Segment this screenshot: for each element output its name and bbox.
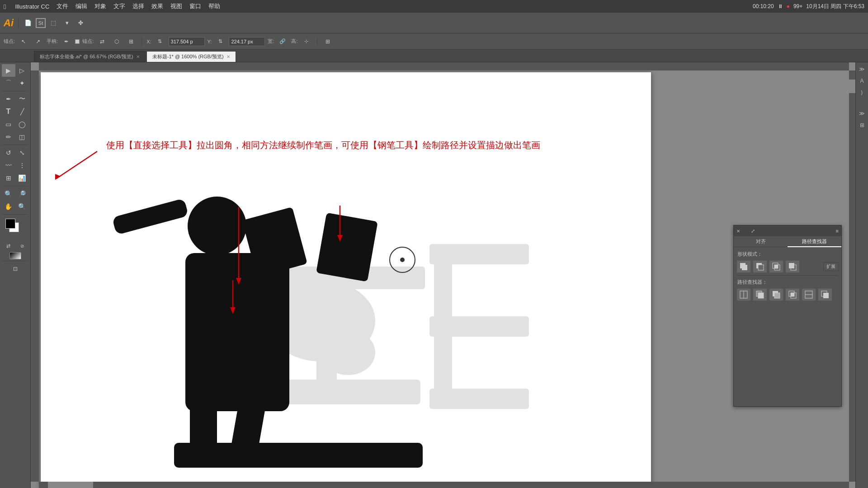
pathfinder-content: 形状模式： 扩展 路径查找器： [734,247,841,304]
eyedropper-tool[interactable]: 🔍 [2,188,15,200]
tab-0-close[interactable]: ✕ [136,54,140,59]
menu-object[interactable]: 对象 [91,2,110,10]
erase-tool[interactable]: ◫ [15,131,29,143]
handle-label: 手柄: [47,38,58,45]
arrange-icon[interactable]: ✤ [75,17,86,29]
warp-tool[interactable]: 〰 [2,159,15,172]
pathfinder-menu-btn[interactable]: ≡ [836,228,839,234]
view-toggle-icon[interactable]: ⬚ [47,17,59,29]
minus-front-btn[interactable] [753,260,767,273]
ellipse-tool[interactable]: ◯ [15,118,29,131]
menu-view[interactable]: 视图 [167,2,186,10]
vertical-scrollbar[interactable] [849,70,855,482]
convert-icon[interactable]: ⇄ [96,36,108,47]
column-graph-tool[interactable]: 📊 [15,172,29,184]
type-tool[interactable]: T [2,105,15,118]
none-icon[interactable]: ⊘ [15,239,29,252]
tab-0-label: 标志字体全能备.ai* @ 66.67% (RGB/预览) [40,53,133,60]
unite-btn[interactable] [736,260,751,273]
anchor-arrow2-icon[interactable]: ↗ [32,36,44,47]
align-icon[interactable]: ⊞ [322,36,334,47]
color-swatch-container [5,218,26,238]
right-panel-btn-4[interactable]: ≫ [857,108,867,118]
gradient-swatch[interactable] [9,252,21,259]
shape-mode-label: 形状模式： [734,249,841,259]
hand-tool[interactable]: ✋ [2,200,15,213]
pathfinder-tabs: 对齐 路径查找器 [734,236,841,247]
tool-row-1: ▶ ▷ [2,64,29,77]
record-indicator: ● [787,3,790,9]
divide-btn[interactable] [736,288,751,301]
scale-tool[interactable]: ⤡ [15,146,29,159]
crop-btn[interactable] [785,288,800,301]
right-panel-btn-3[interactable]: ⟩ [857,88,867,98]
menu-select[interactable]: 选择 [129,2,148,10]
horizontal-scrollbar[interactable] [39,482,849,488]
intersect-btn[interactable] [769,260,783,273]
right-panel-btn-1[interactable]: ≫ [857,64,867,74]
pathfinder-tab[interactable]: 路径查找器 [788,236,841,247]
tool-row-2: ⌒ ✦ [2,77,29,89]
blend-tool[interactable]: ⋮ [15,159,29,172]
swap-colors-icon[interactable]: ⇄ [2,239,15,252]
menu-window[interactable]: 窗口 [186,2,205,10]
rotate-tool[interactable]: ↺ [2,146,15,159]
transform-icon[interactable]: ⊞ [125,36,137,47]
x-value-input[interactable] [169,37,205,46]
magic-wand-tool[interactable]: ✦ [15,77,29,89]
stroke-icon[interactable]: St [36,18,46,28]
anchor-arrow-icon[interactable]: ↖ [18,36,29,47]
app-name: Illustrator CC [11,3,53,10]
pencil-tool[interactable]: ✏ [2,131,15,143]
constrain-icon[interactable]: 🔗 [277,36,288,47]
y-lock-icon[interactable]: ⇅ [214,36,226,47]
svg-rect-38 [791,265,794,268]
line-tool[interactable]: ╱ [15,105,29,118]
prop-sep-2 [317,37,317,46]
menu-edit[interactable]: 编辑 [72,2,91,10]
tab-1[interactable]: 未标题-1* @ 1600% (RGB/预览) ✕ [146,51,236,62]
zoom-minus-tool[interactable]: 🔍 [15,200,29,213]
tab-0[interactable]: 标志字体全能备.ai* @ 66.67% (RGB/预览) ✕ [34,51,146,62]
right-panel-btn-5[interactable]: ⊞ [857,120,867,130]
exclude-btn[interactable] [785,260,800,273]
v-scroll-thumb[interactable] [849,80,855,93]
curvature-tool[interactable]: 〜 [15,93,29,105]
pathfinder-close-btn[interactable]: ✕ [736,229,740,234]
svg-point-20 [400,258,405,262]
right-panel-btn-2[interactable]: A [857,76,867,86]
apple-menu[interactable]:  [4,3,6,10]
svg-rect-8 [429,316,529,337]
expand-button[interactable]: 扩展 [823,262,839,271]
x-lock-icon[interactable]: ⇅ [154,36,166,47]
menu-effect[interactable]: 效果 [148,2,167,10]
artboard-tool[interactable]: ⊡ [9,263,22,275]
pen-tool[interactable]: ✒ [2,93,15,105]
menu-help[interactable]: 帮助 [205,2,224,10]
menu-file[interactable]: 文件 [53,2,72,10]
symbol-tool[interactable]: ⊞ [2,172,15,184]
tool-divider-1 [3,91,28,91]
tab-1-close[interactable]: ✕ [226,54,230,59]
h-scroll-thumb[interactable] [48,482,93,488]
outline-btn[interactable] [802,288,816,301]
view-options-icon[interactable]: ▾ [61,17,73,29]
lasso-tool[interactable]: ⌒ [2,77,15,89]
y-value-input[interactable] [229,37,265,46]
pathfinder-expand-btn[interactable]: ⤢ [751,228,755,234]
merge-btn[interactable] [769,288,783,301]
trim-btn[interactable] [753,288,767,301]
foreground-color-swatch[interactable] [5,219,15,229]
menu-type[interactable]: 文字 [110,2,129,10]
direct-select-tool[interactable]: ▷ [15,64,29,77]
right-panel: ≫ A ⟩ ≫ ⊞ [855,62,868,488]
zoom-tool[interactable]: 🔎 [15,188,29,200]
rect-tool[interactable]: ▭ [2,118,15,131]
new-doc-icon[interactable]: 📄 [22,17,34,29]
select-tool[interactable]: ▶ [2,64,15,77]
shear-icon[interactable]: ⊹ [301,36,312,47]
pen-icon[interactable]: ✒ [61,36,72,47]
minus-back-btn[interactable] [818,288,832,301]
pathfinder-align-tab[interactable]: 对齐 [734,236,788,247]
convert2-icon[interactable]: ⬡ [111,36,123,47]
